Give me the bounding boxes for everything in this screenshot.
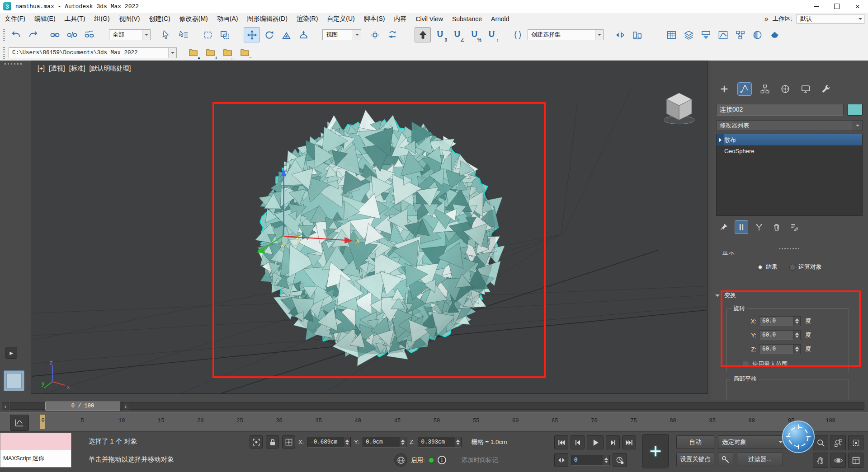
orbit-button[interactable] xyxy=(830,453,846,468)
listener-script-line[interactable]: MAXScript 迷你 xyxy=(0,449,71,467)
zoom-button[interactable] xyxy=(813,435,828,450)
ruler-tick-95[interactable]: 95 xyxy=(788,418,794,424)
menu-item-8[interactable]: 图形编辑器(D) xyxy=(242,13,292,25)
viewport-general-menu[interactable]: [+] xyxy=(38,65,45,73)
menu-item-11[interactable]: 脚本(S) xyxy=(359,13,390,25)
schematic-view-button[interactable] xyxy=(732,27,748,42)
spinner-arrows[interactable] xyxy=(454,437,461,447)
ruler-tick-75[interactable]: 75 xyxy=(630,418,637,424)
isolate-selection-button[interactable] xyxy=(250,435,263,449)
pin-stack-button[interactable] xyxy=(717,220,731,234)
select-and-rotate-button[interactable] xyxy=(261,27,277,42)
undo-button[interactable] xyxy=(8,27,24,42)
rotation-y-input[interactable]: 60.0 xyxy=(759,330,801,340)
maximize-viewport-toggle-button[interactable] xyxy=(848,453,863,468)
menu-item-1[interactable]: 编辑(E) xyxy=(30,13,60,25)
time-step-forward-button[interactable]: › xyxy=(122,402,129,410)
menu-item-12[interactable]: 内容 xyxy=(389,13,411,25)
edit-named-selection-sets-button[interactable] xyxy=(509,27,526,42)
reference-coordinate-dropdown[interactable]: 视图 xyxy=(322,29,361,40)
object-name-field[interactable]: 连接002 xyxy=(716,104,844,116)
project-folder-dropdown[interactable]: C:\Users\86159\Documents\3ds Max 2022 xyxy=(9,47,177,58)
select-and-scale-button[interactable] xyxy=(278,27,294,42)
rotation-z-input[interactable]: 60.0 xyxy=(759,344,801,354)
transform-rollout-header[interactable]: 变换 xyxy=(715,291,736,299)
viewport-standard-menu[interactable]: [标准] xyxy=(69,65,85,73)
set-key-button[interactable]: 设置关键点 xyxy=(676,453,714,466)
time-configuration-button[interactable] xyxy=(613,453,627,467)
toolbar-drag-handle[interactable] xyxy=(3,47,5,59)
ruler-tick-80[interactable]: 80 xyxy=(670,418,676,424)
rollout-splitter[interactable] xyxy=(711,248,868,249)
ruler-tick-100[interactable]: 100 xyxy=(826,418,835,424)
auto-key-button[interactable]: 自动 xyxy=(676,435,714,449)
tab-hierarchy[interactable] xyxy=(758,82,772,96)
rotation-x-input[interactable]: 60.0 xyxy=(759,316,801,326)
workspace-dropdown[interactable]: 默认 xyxy=(797,14,864,24)
menu-item-15[interactable]: Arnold xyxy=(486,13,514,25)
align-button[interactable] xyxy=(629,27,645,42)
key-step-toggle-button[interactable] xyxy=(554,453,568,467)
z-coordinate-field[interactable]: 0.393cm xyxy=(418,437,462,448)
spinner-arrows[interactable] xyxy=(793,331,800,340)
x-coordinate-field[interactable]: -0.689cm xyxy=(307,437,351,448)
count-badge[interactable]: 1 xyxy=(438,456,446,464)
zoom-all-button[interactable] xyxy=(830,435,846,450)
key-filters-button[interactable]: 过滤器... xyxy=(737,453,783,466)
ruler-tick-25[interactable]: 25 xyxy=(236,418,243,424)
add-time-tag[interactable]: 添加时间标记 xyxy=(462,456,498,464)
menu-item-3[interactable]: 组(G) xyxy=(90,13,114,25)
dock-drag-handle[interactable] xyxy=(5,63,23,65)
spinner-arrows[interactable] xyxy=(793,345,800,354)
mirror-button[interactable] xyxy=(612,27,628,42)
maxscript-mini-listener[interactable]: MAXScript 迷你 xyxy=(0,433,71,467)
snap-toggle-button[interactable] xyxy=(415,27,431,42)
configure-modifier-sets-button[interactable] xyxy=(788,220,801,234)
y-coordinate-field[interactable]: 0.0cm xyxy=(363,437,406,448)
previous-frame-button[interactable] xyxy=(571,435,585,449)
perspective-viewport[interactable]: [+] [透视] [标准] [默认明暗处理] xyxy=(31,61,708,394)
set-keys-icon-button[interactable] xyxy=(718,453,733,466)
ruler-tick-10[interactable]: 10 xyxy=(118,418,125,424)
select-and-place-button[interactable] xyxy=(295,27,311,42)
percent-snap-button[interactable]: % xyxy=(466,27,482,42)
go-to-start-button[interactable] xyxy=(554,435,568,449)
select-by-name-button[interactable] xyxy=(175,27,191,42)
angle-snap-button[interactable]: ∠ xyxy=(449,27,465,42)
ruler-tick-0[interactable]: 0 xyxy=(41,418,44,424)
menu-item-4[interactable]: 视图(V) xyxy=(114,13,145,25)
make-unique-button[interactable] xyxy=(752,220,766,234)
current-frame-field[interactable]: 0 xyxy=(571,455,610,466)
track-bar[interactable]: 0510152025303540455055606570758085909510… xyxy=(0,412,868,432)
spinner-arrows[interactable] xyxy=(603,455,609,465)
viewport-pov-menu[interactable]: [透视] xyxy=(49,65,65,73)
tab-create[interactable] xyxy=(717,82,731,96)
viewport-canvas[interactable]: X z y x xyxy=(31,61,708,393)
rectangular-selection-region-button[interactable] xyxy=(199,27,216,42)
named-selection-sets-dropdown[interactable]: 创建选择集 xyxy=(528,29,604,40)
ruler-tick-45[interactable]: 45 xyxy=(394,418,401,424)
close-button[interactable]: × xyxy=(847,0,868,13)
modifier-stack-item-geosphere[interactable]: GeoSphere xyxy=(717,145,862,157)
toggle-scene-explorer-button[interactable] xyxy=(663,27,679,42)
toolbar-overflow-icon[interactable]: » xyxy=(764,15,769,23)
spinner-arrows[interactable] xyxy=(399,437,406,447)
redo-button[interactable] xyxy=(25,27,41,42)
maximize-button[interactable] xyxy=(826,0,847,13)
snaps-3d-button[interactable]: 3 xyxy=(432,27,448,42)
expand-strip-button[interactable]: ▶ xyxy=(5,347,17,359)
window-crossing-button[interactable] xyxy=(217,27,233,42)
ruler-tick-60[interactable]: 60 xyxy=(512,418,519,424)
menu-item-9[interactable]: 渲染(R) xyxy=(292,13,322,25)
menu-item-10[interactable]: 自定义(U) xyxy=(322,13,359,25)
absolute-offset-toggle-button[interactable] xyxy=(282,435,295,449)
object-color-swatch[interactable] xyxy=(847,104,863,116)
bind-to-space-warp-button[interactable] xyxy=(81,27,97,42)
expand-arrow-icon[interactable] xyxy=(719,138,723,142)
project-edit-folder-button[interactable]: ≡ xyxy=(236,45,253,61)
project-folder-settings-button[interactable]: ● xyxy=(185,45,201,61)
selection-filter-dropdown[interactable]: 全部 xyxy=(109,29,151,40)
tab-modify[interactable] xyxy=(737,82,752,96)
time-slider-track[interactable] xyxy=(10,402,864,410)
ruler-tick-65[interactable]: 65 xyxy=(552,418,558,424)
